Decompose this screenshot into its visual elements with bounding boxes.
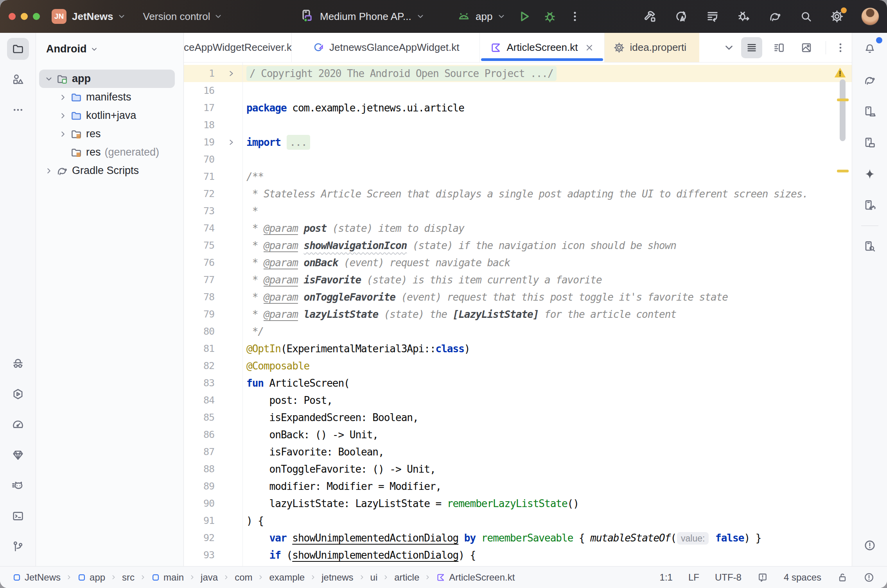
- device-mirroring-tool-button[interactable]: [859, 194, 881, 216]
- run-button[interactable]: [517, 9, 531, 23]
- close-window-button[interactable]: [9, 13, 16, 20]
- project-logo[interactable]: JN: [52, 9, 66, 24]
- gradle-tool-button[interactable]: [859, 69, 881, 91]
- sync-project-button[interactable]: [674, 9, 688, 23]
- version-control-tool-button[interactable]: [7, 536, 29, 558]
- code-line-93[interactable]: 93 if (showUnimplementedActionDialog) {: [184, 547, 852, 564]
- code-line-92[interactable]: 92 var showUnimplementedActionDialog by …: [184, 529, 852, 547]
- profiler-tool-button[interactable]: [7, 414, 29, 436]
- problems-tool-button[interactable]: [859, 534, 881, 556]
- breadcrumb-src[interactable]: src: [122, 572, 135, 583]
- code-line-85[interactable]: 85 isExpandedScreen: Boolean,: [184, 409, 852, 426]
- debug-button[interactable]: [543, 9, 557, 23]
- code-line-19[interactable]: 19import ...: [184, 134, 852, 151]
- code-line-82[interactable]: 82@Composable: [184, 357, 852, 375]
- breadcrumb-main[interactable]: main: [151, 572, 184, 583]
- code-line-16[interactable]: 16: [184, 82, 852, 99]
- code-line-76[interactable]: 76 * @param onBack (event) request navig…: [184, 254, 852, 271]
- gemini-tool-button[interactable]: [7, 444, 29, 466]
- tree-item-manifests[interactable]: manifests: [39, 88, 175, 106]
- code-view-button[interactable]: [741, 37, 762, 58]
- code-line-70[interactable]: 70: [184, 151, 852, 168]
- gradle-sync-button[interactable]: [768, 9, 782, 23]
- vertical-scrollbar[interactable]: [840, 79, 846, 141]
- breadcrumb-jetnews-pkg[interactable]: jetnews: [321, 572, 353, 583]
- code-line-90[interactable]: 90 lazyListState: LazyListState = rememb…: [184, 495, 852, 512]
- close-tab-icon[interactable]: [585, 43, 594, 52]
- code-line-18[interactable]: 18: [184, 117, 852, 134]
- more-tool-windows-button[interactable]: [7, 99, 29, 121]
- user-avatar[interactable]: [861, 7, 879, 25]
- code-line-1[interactable]: 1/ Copyright 2020 The Android Open Sourc…: [184, 65, 852, 82]
- build-button[interactable]: [643, 9, 657, 23]
- chevron-right-icon[interactable]: [57, 130, 69, 138]
- code-line-75[interactable]: 75 * @param showNavigationIcon (state) i…: [184, 237, 852, 254]
- code-line-78[interactable]: 78 * @param onToggleFavorite (event) req…: [184, 289, 852, 306]
- code-line-91[interactable]: 91) {: [184, 512, 852, 529]
- project-view-selector[interactable]: Android: [46, 43, 98, 55]
- code-editor[interactable]: 1/ Copyright 2020 The Android Open Sourc…: [184, 63, 852, 566]
- settings-button[interactable]: [830, 9, 844, 23]
- code-line-17[interactable]: 17package com.example.jetnews.ui.article: [184, 99, 852, 117]
- tab-idea-properties[interactable]: idea.properti: [605, 33, 699, 62]
- tab-jetnewsglanceappwidget[interactable]: JetnewsGlanceAppWidget.kt: [292, 33, 480, 62]
- logcat-tool-button[interactable]: [7, 475, 29, 497]
- breadcrumb-app[interactable]: app: [77, 572, 105, 583]
- code-line-89[interactable]: 89 modifier: Modifier = Modifier,: [184, 478, 852, 495]
- error-indicator-icon[interactable]: [864, 572, 874, 583]
- hidden-tabs-chevron-icon[interactable]: [723, 42, 735, 54]
- running-devices-tool-button[interactable]: [859, 132, 881, 154]
- app-inspection-tool-button[interactable]: [7, 383, 29, 405]
- fold-chevron-icon[interactable]: [220, 134, 242, 151]
- tree-item-gradle-scripts[interactable]: Gradle Scripts: [39, 161, 175, 180]
- caret-position-widget[interactable]: 1:1: [660, 572, 673, 583]
- warning-stripe-mark[interactable]: [837, 99, 849, 101]
- more-run-options-button[interactable]: [569, 10, 581, 23]
- breadcrumb-jetnews[interactable]: JetNews: [13, 572, 61, 583]
- code-line-86[interactable]: 86 onBack: () -> Unit,: [184, 426, 852, 443]
- app-quality-insights-tool-button[interactable]: [7, 353, 29, 375]
- tree-item-kotlin-java[interactable]: kotlin+java: [39, 106, 175, 125]
- search-everywhere-button[interactable]: [799, 10, 813, 23]
- device-explorer-tool-button[interactable]: [859, 235, 881, 257]
- chevron-right-icon[interactable]: [57, 111, 69, 120]
- code-line-71[interactable]: 71/**: [184, 168, 852, 185]
- breadcrumb-java[interactable]: java: [201, 572, 218, 583]
- chevron-right-icon[interactable]: [57, 93, 69, 102]
- tab-articlescreen[interactable]: ArticleScreen.kt: [480, 33, 605, 62]
- tree-item-res[interactable]: res: [39, 125, 175, 143]
- chevron-right-icon[interactable]: [43, 167, 55, 175]
- breadcrumb-example[interactable]: example: [269, 572, 305, 583]
- apply-changes-button[interactable]: [706, 9, 720, 23]
- code-line-77[interactable]: 77 * @param isFavorite (state) is this i…: [184, 271, 852, 289]
- inspection-warning-icon[interactable]: [833, 66, 847, 80]
- fold-chevron-icon[interactable]: [220, 65, 242, 82]
- minimize-window-button[interactable]: [21, 13, 28, 20]
- code-line-79[interactable]: 79 * @param lazyListState (state) the [L…: [184, 306, 852, 323]
- device-selector[interactable]: Medium Phone AP...: [300, 9, 425, 24]
- editor-options-kebab-icon[interactable]: [835, 42, 846, 54]
- encoding-widget[interactable]: UTF-8: [715, 572, 742, 583]
- code-line-81[interactable]: 81@OptIn(ExperimentalMaterial3Api::class…: [184, 340, 852, 357]
- terminal-tool-button[interactable]: [7, 505, 29, 527]
- gemini-sparkle-button[interactable]: [859, 163, 881, 185]
- line-separator-widget[interactable]: LF: [688, 572, 699, 583]
- breadcrumb-article[interactable]: article: [394, 572, 419, 583]
- code-line-87[interactable]: 87 isFavorite: Boolean,: [184, 443, 852, 461]
- project-tool-button[interactable]: [7, 38, 29, 60]
- chevron-down-icon[interactable]: [43, 75, 55, 83]
- code-line-83[interactable]: 83fun ArticleScreen(: [184, 375, 852, 392]
- vcs-widget[interactable]: Version control: [143, 11, 210, 23]
- tree-item-res-generated[interactable]: res (generated): [39, 143, 175, 161]
- design-view-button[interactable]: [796, 37, 817, 58]
- project-name-widget[interactable]: JetNews: [72, 11, 113, 23]
- code-line-80[interactable]: 80 */: [184, 323, 852, 340]
- breadcrumb-ui[interactable]: ui: [370, 572, 378, 583]
- breadcrumb-com[interactable]: com: [235, 572, 252, 583]
- code-line-84[interactable]: 84 post: Post,: [184, 392, 852, 409]
- tab-glanceappwidgetreceiver[interactable]: ceAppWidgetReceiver.kt: [184, 33, 292, 62]
- resource-manager-tool-button[interactable]: [7, 68, 29, 90]
- code-line-74[interactable]: 74 * @param post (state) item to display: [184, 220, 852, 237]
- maximize-window-button[interactable]: [33, 13, 40, 20]
- notifications-button[interactable]: [859, 38, 881, 60]
